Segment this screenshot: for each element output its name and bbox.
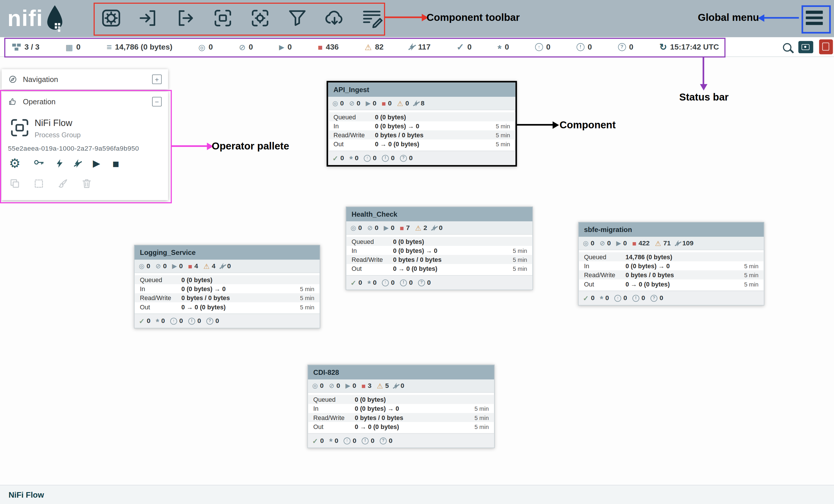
read-write-row: Read/Write 0 bytes / 0 bytes 5 min xyxy=(328,130,515,139)
running-icon: ▶ xyxy=(616,240,621,246)
template-tool-icon[interactable] xyxy=(322,7,347,31)
queued-status: ≡ 14,786 (0 bytes) xyxy=(107,42,173,51)
process-group[interactable]: CDI-828 ◎ 0 ⊘ 0 ▶ 0 ■ 3 ⚠ 5 0 Queued 0 (… xyxy=(308,365,495,448)
disable-bolt-slash-icon[interactable] xyxy=(75,159,81,168)
component-annotation-arrow xyxy=(516,124,553,126)
invalid-icon: ⚠ xyxy=(397,100,403,107)
process-group-name[interactable]: Health_Check xyxy=(346,207,532,222)
process-group[interactable]: sbfe-migration ◎ 0 ⊘ 0 ▶ 0 ■ 422 ⚠ 71 10… xyxy=(578,222,764,305)
process-group[interactable]: API_Ingest ◎ 0 ⊘ 0 ▶ 0 ■ 0 ⚠ 0 8 Queued … xyxy=(327,81,517,167)
out-row: Out 0 → 0 (0 bytes) 5 min xyxy=(346,264,532,273)
sync-failure-icon: ? xyxy=(206,317,214,324)
locally-modified-stale-icon: ! xyxy=(362,437,369,444)
process-group-tool-icon[interactable] xyxy=(211,7,235,31)
camera-icon[interactable] xyxy=(798,41,813,53)
sync-failure-status: ? 0 xyxy=(618,43,633,51)
access-policies-key-icon[interactable] xyxy=(33,156,44,170)
delete-trash-icon[interactable] xyxy=(81,178,92,192)
sync-failure-icon: ? xyxy=(400,155,407,162)
last-refreshed[interactable]: ↻ 15:17:42 UTC xyxy=(659,42,719,51)
process-group-metrics: Queued 0 (0 bytes) In 0 (0 bytes) → 0 5 … xyxy=(346,235,532,274)
stopped-icon: ■ xyxy=(318,43,323,51)
read-write-row: Read/Write 0 bytes / 0 bytes 5 min xyxy=(308,413,494,422)
alert-icon[interactable] xyxy=(819,39,833,54)
start-play-icon[interactable]: ▶ xyxy=(93,159,100,168)
locally-modified-stale-icon: ! xyxy=(382,155,389,162)
component-toolbar-annotation-label: Component toolbar xyxy=(426,12,520,23)
stale-icon: ↑ xyxy=(364,155,371,162)
processor-tool-icon[interactable] xyxy=(99,7,123,31)
cluster-status: 3 / 3 xyxy=(12,43,39,51)
label-tool-icon[interactable] xyxy=(360,7,384,31)
not-transmitting-icon: ⊘ xyxy=(367,224,372,231)
process-group-version-stats: ✓ 0 * 0 ↑ 0 ! 0 ? 0 xyxy=(308,433,494,448)
fill-color-brush-icon[interactable] xyxy=(57,178,69,192)
up-to-date-icon: ✓ xyxy=(583,294,589,302)
component-toolbar xyxy=(99,7,384,31)
process-group-name[interactable]: API_Ingest xyxy=(328,83,515,97)
nifi-logo: nifi xyxy=(7,4,65,33)
process-group-name[interactable]: Logging_Service xyxy=(135,245,320,260)
search-icon[interactable] xyxy=(783,43,791,51)
disabled-icon xyxy=(394,382,398,389)
stale-icon: ↑ xyxy=(535,43,543,51)
read-write-row: Read/Write 0 bytes / 0 bytes 5 min xyxy=(135,293,320,302)
stopped-icon: ■ xyxy=(361,382,366,389)
stop-icon[interactable]: ■ xyxy=(112,158,119,169)
configure-gear-icon[interactable]: ⚙ xyxy=(9,157,21,170)
process-group-version-stats: ✓ 0 * 0 ↑ 0 ! 0 ? 0 xyxy=(328,151,515,165)
disabled-icon xyxy=(414,100,419,106)
refresh-icon[interactable]: ↻ xyxy=(659,42,667,51)
process-group-stats: ◎ 0 ⊘ 0 ▶ 0 ■ 7 ⚠ 2 0 xyxy=(346,221,532,235)
thumbs-up-icon xyxy=(8,97,18,106)
process-group-metrics: Queued 0 (0 bytes) In 0 (0 bytes) → 0 5 … xyxy=(308,393,494,432)
stopped-icon: ■ xyxy=(188,263,192,270)
process-group-metrics: Queued 14,786 (0 bytes) In 0 (0 bytes) →… xyxy=(578,250,764,290)
running-icon: ▶ xyxy=(172,263,177,269)
running-icon: ▶ xyxy=(346,382,350,389)
out-row: Out 0 → 0 (0 bytes) 5 min xyxy=(135,302,320,311)
sync-failure-icon: ? xyxy=(380,437,387,444)
status-bar-metrics: 3 / 3 ▦ 0 ≡ 14,786 (0 bytes) ◎ 0 ⊘ 0 ▶ 0 xyxy=(12,37,719,57)
in-row: In 0 (0 bytes) → 0 5 min xyxy=(328,122,515,130)
process-group-name[interactable]: CDI-828 xyxy=(308,365,494,379)
process-group-metrics: Queued 0 (0 bytes) In 0 (0 bytes) → 0 5 … xyxy=(328,110,515,150)
navigation-panel-header: Navigation + xyxy=(2,69,168,89)
process-group[interactable]: Logging_Service ◎ 0 ⊘ 0 ▶ 0 ■ 4 ⚠ 4 0 Qu… xyxy=(134,245,320,328)
not-transmitting-icon: ⊘ xyxy=(239,43,246,51)
funnel-tool-icon[interactable] xyxy=(285,7,309,31)
not-transmitting-icon: ⊘ xyxy=(600,240,605,246)
remote-process-group-tool-icon[interactable] xyxy=(248,7,272,31)
out-row: Out 0 → 0 (0 bytes) 5 min xyxy=(578,280,764,288)
selected-flow-type: Process Group xyxy=(35,131,81,139)
process-group-stats: ◎ 0 ⊘ 0 ▶ 0 ■ 422 ⚠ 71 109 xyxy=(578,237,764,250)
nifi-logo-text: nifi xyxy=(7,4,43,33)
input-port-tool-icon[interactable] xyxy=(136,7,160,31)
locally-modified-status: * 0 xyxy=(498,42,509,52)
global-menu-button[interactable] xyxy=(806,11,823,25)
collapse-operation-button[interactable]: − xyxy=(152,97,161,106)
queued-icon: ≡ xyxy=(107,42,112,51)
process-group-stats: ◎ 0 ⊘ 0 ▶ 0 ■ 0 ⚠ 0 8 xyxy=(328,97,515,110)
output-port-tool-icon[interactable] xyxy=(173,7,198,31)
process-group-name[interactable]: sbfe-migration xyxy=(578,222,764,237)
breadcrumb[interactable]: NiFi Flow xyxy=(8,490,44,499)
invalid-icon: ⚠ xyxy=(377,382,383,389)
locally-modified-icon: * xyxy=(498,43,502,53)
not-transmitting-status: ⊘ 0 xyxy=(239,43,253,51)
not-transmitting-icon: ⊘ xyxy=(329,382,334,389)
process-group-metrics: Queued 0 (0 bytes) In 0 (0 bytes) → 0 5 … xyxy=(135,273,320,312)
in-row: In 0 (0 bytes) → 0 5 min xyxy=(308,404,494,413)
process-group-icon xyxy=(8,116,31,141)
operate-buttons-row-disabled xyxy=(9,178,92,192)
paste-icon[interactable] xyxy=(33,178,45,192)
locally-modified-icon: * xyxy=(156,318,159,326)
up-to-date-icon: ✓ xyxy=(332,155,338,162)
copy-icon[interactable] xyxy=(9,178,21,192)
process-group[interactable]: Health_Check ◎ 0 ⊘ 0 ▶ 0 ■ 7 ⚠ 2 0 Queue… xyxy=(346,206,533,290)
read-write-row: Read/Write 0 bytes / 0 bytes 5 min xyxy=(346,255,532,264)
transmitting-icon: ◎ xyxy=(332,100,338,106)
up-to-date-status: ✓ 0 xyxy=(456,42,471,51)
enable-bolt-icon[interactable] xyxy=(57,159,63,168)
expand-navigation-button[interactable]: + xyxy=(152,74,161,84)
